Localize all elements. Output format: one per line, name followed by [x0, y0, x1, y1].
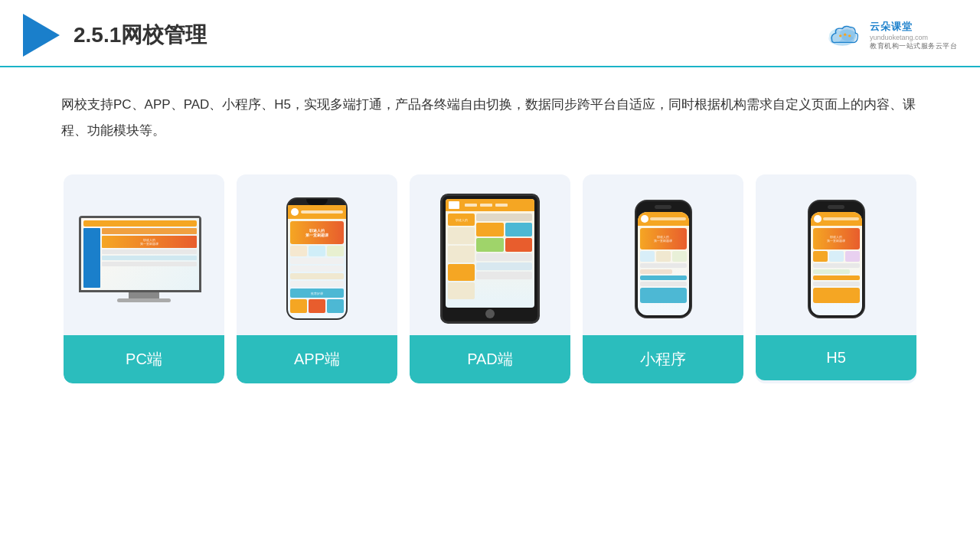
card-miniprogram-label: 小程序 [583, 335, 743, 383]
card-h5-image: 职途人的第一堂刷题课 [756, 174, 916, 335]
brand-logo: 云朵课堂 yunduoketang.com 教育机构一站式服务云平台 [824, 20, 957, 51]
card-h5-label: H5 [756, 335, 916, 380]
card-app-label: APP端 [237, 335, 397, 383]
card-app: 职途人的第一堂刷题课 推荐 [237, 174, 397, 383]
card-pad-label: PAD端 [410, 335, 570, 383]
card-pc-label: PC端 [64, 335, 224, 383]
card-pad-image: 职途人的 [410, 174, 570, 335]
cards-container: 职途人的第一堂刷题课 PC端 [0, 159, 980, 406]
svg-point-7 [848, 34, 851, 37]
description-text: 网校支持PC、APP、PAD、小程序、H5，实现多端打通，产品各终端自由切换，数… [0, 67, 980, 159]
logo-tagline: 教育机构一站式服务云平台 [870, 41, 957, 51]
pc-device-mockup: 职途人的第一堂刷题课 [79, 216, 209, 302]
card-pad: 职途人的 [410, 174, 570, 383]
cloud-svg-icon [824, 21, 864, 49]
svg-point-6 [844, 33, 846, 35]
play-icon [23, 14, 60, 57]
miniprogram-phone-mockup: 职途人的第一堂刷题课 [635, 200, 692, 318]
pc-screen: 职途人的第一堂刷题课 [79, 216, 201, 292]
card-miniprogram-image: 职途人的第一堂刷题课 [583, 174, 743, 335]
logo-text: 云朵课堂 yunduoketang.com 教育机构一站式服务云平台 [870, 20, 957, 51]
logo-url: yunduoketang.com [870, 34, 928, 41]
card-h5: 职途人的第一堂刷题课 [756, 174, 916, 383]
main-description: 网校支持PC、APP、PAD、小程序、H5，实现多端打通，产品各终端自由切换，数… [61, 97, 916, 138]
card-miniprogram: 职途人的第一堂刷题课 [583, 174, 743, 383]
logo-brand-name: 云朵课堂 [870, 20, 913, 34]
page-title: 2.5.1网校管理 [74, 21, 207, 50]
card-pc-image: 职途人的第一堂刷题课 [64, 174, 224, 335]
header: 2.5.1网校管理 云朵课堂 yunduoketang.com 教育机构一站式服… [0, 0, 980, 67]
svg-point-5 [839, 34, 841, 37]
card-app-image: 职途人的第一堂刷题课 推荐 [237, 174, 397, 335]
h5-phone-mockup: 职途人的第一堂刷题课 [808, 200, 865, 318]
header-left: 2.5.1网校管理 [23, 14, 207, 57]
pad-tablet-mockup: 职途人的 [440, 194, 540, 324]
card-pc: 职途人的第一堂刷题课 PC端 [64, 174, 224, 383]
app-phone-mockup: 职途人的第一堂刷题课 推荐 [286, 197, 348, 320]
